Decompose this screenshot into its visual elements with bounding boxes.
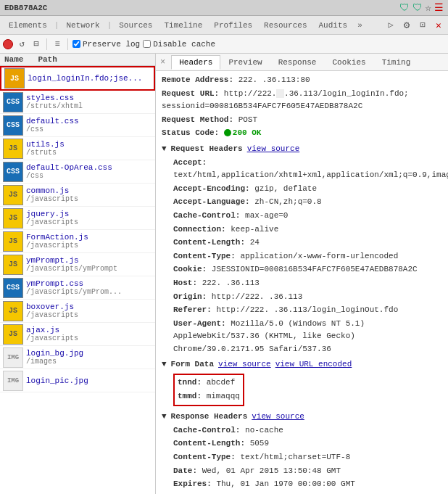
resp-expires-row: Expires: Thu, 01 Jan 1970 00:00:00 GMT bbox=[173, 478, 442, 491]
close-devtools-icon[interactable]: ✕ bbox=[432, 19, 445, 32]
cookie-val: JSESSIONID=000816B534FAFC7F605E47AEDB878… bbox=[212, 265, 418, 273]
file-item-3[interactable]: JS utils.js /struts bbox=[0, 137, 155, 160]
resp-date-val: Wed, 01 Apr 2015 13:50:48 GMT bbox=[202, 466, 341, 475]
tab-more-icon[interactable]: » bbox=[353, 18, 367, 33]
filter-icon[interactable]: ⊟ bbox=[30, 38, 42, 50]
tmmd-key: tmmd: bbox=[178, 392, 202, 400]
file-icon-css-1: CSS bbox=[3, 92, 23, 112]
execute-icon[interactable]: ▷ bbox=[384, 19, 397, 32]
tab-response[interactable]: Response bbox=[270, 55, 325, 70]
resp-content-type-key: Content-Type: bbox=[173, 453, 236, 461]
content-length-val: 24 bbox=[250, 238, 260, 247]
form-data-view-url-encoded[interactable]: view URL encoded bbox=[275, 358, 352, 371]
content-type-key: Content-Type: bbox=[173, 252, 236, 260]
settings-icon[interactable]: ⚙ bbox=[400, 19, 413, 32]
network-toolbar: ↺ ⊟ ≡ Preserve log Disable cache bbox=[0, 35, 448, 54]
resp-cache-control-key: Cache-Control: bbox=[173, 426, 240, 435]
dock-icon[interactable]: ⊡ bbox=[416, 19, 429, 32]
file-list: Name Path JS login_loginIn.fdo;jse... CS… bbox=[0, 54, 156, 494]
tab-audits[interactable]: Audits bbox=[313, 18, 354, 33]
referer-val: http://222. .36.113/login_loginOut.fdo bbox=[216, 305, 398, 314]
file-item-11[interactable]: JS ajax.js /javascripts bbox=[0, 323, 155, 346]
file-item-4[interactable]: CSS default-OpArea.css /css bbox=[0, 160, 155, 184]
resp-date-row: Date: Wed, 01 Apr 2015 13:50:48 GMT bbox=[173, 465, 442, 478]
tab-headers[interactable]: Headers bbox=[171, 55, 220, 70]
content-length-row: Content-Length: 24 bbox=[173, 236, 442, 250]
tab-cookies[interactable]: Cookies bbox=[324, 55, 373, 70]
name-col-header: Name bbox=[4, 55, 23, 64]
detail-close-button[interactable]: × bbox=[157, 56, 168, 69]
request-url-key: Request URL: bbox=[162, 89, 219, 98]
preserve-log-checkbox[interactable] bbox=[72, 40, 80, 48]
request-headers-view-source[interactable]: view source bbox=[247, 143, 300, 156]
tab-profiles[interactable]: Profiles bbox=[208, 18, 258, 33]
accept-row: Accept: text/html,application/xhtml+xml,… bbox=[173, 157, 442, 182]
disable-cache-checkbox[interactable] bbox=[143, 40, 151, 48]
tab-sep2: | bbox=[106, 21, 114, 30]
cookie-key: Cookie: bbox=[173, 265, 207, 273]
file-name-9: ymPrompt.css bbox=[26, 279, 122, 288]
file-path-7: /javascripts bbox=[26, 242, 88, 250]
disable-cache-label[interactable]: Disable cache bbox=[143, 40, 215, 49]
connection-row: Connection: keep-alive bbox=[173, 223, 442, 236]
menu-icon[interactable]: ☰ bbox=[434, 1, 444, 14]
tab-preview[interactable]: Preview bbox=[220, 55, 270, 70]
tab-elements[interactable]: Elements bbox=[3, 18, 53, 33]
file-path-11: /javascripts bbox=[26, 334, 78, 342]
tab-resources[interactable]: Resources bbox=[258, 18, 312, 33]
file-name-7: FormAction.js bbox=[26, 233, 88, 242]
file-item-10[interactable]: JS boxover.js /javascripts bbox=[0, 300, 155, 323]
file-info-10: boxover.js /javascripts bbox=[26, 302, 78, 319]
file-info-5: common.js /javascripts bbox=[26, 186, 78, 203]
file-item-7[interactable]: JS FormAction.js /javascripts bbox=[0, 230, 155, 253]
file-icon-img-13: IMG bbox=[3, 371, 23, 391]
referer-row: Referer: http://222. .36.113/login_login… bbox=[173, 304, 442, 317]
file-name-13: login_pic.jpg bbox=[26, 376, 88, 385]
file-name-0: login_loginIn.fdo;jse... bbox=[28, 74, 142, 83]
tab-sources[interactable]: Sources bbox=[113, 18, 158, 33]
connection-key: Connection: bbox=[173, 225, 226, 234]
tab-right-icons: ▷ ⚙ ⊡ ✕ bbox=[384, 19, 445, 32]
accept-encoding-row: Accept-Encoding: gzip, deflate bbox=[173, 183, 442, 196]
accept-language-val: zh-CN,zh;q=0.8 bbox=[254, 197, 321, 206]
origin-row: Origin: http://222. .36.113 bbox=[173, 291, 442, 304]
form-data-section: ▼ Form Data view source view URL encoded bbox=[162, 358, 442, 371]
status-code-val: 200 OK bbox=[224, 128, 262, 137]
tab-timing[interactable]: Timing bbox=[374, 55, 419, 70]
form-data-view-source[interactable]: view source bbox=[218, 358, 271, 371]
record-button[interactable] bbox=[3, 39, 13, 49]
request-method-val: POST bbox=[238, 115, 257, 124]
tab-timeline[interactable]: Timeline bbox=[158, 18, 208, 33]
host-row: Host: 222. .36.113 bbox=[173, 277, 442, 290]
file-item-6[interactable]: JS jquery.js /javascripts bbox=[0, 207, 155, 230]
file-icon-css-9: CSS bbox=[3, 278, 23, 298]
main-area: Name Path JS login_loginIn.fdo;jse... CS… bbox=[0, 54, 448, 494]
resp-content-length-key: Content-Length: bbox=[173, 439, 245, 448]
request-method-key: Request Method: bbox=[162, 115, 233, 124]
file-item-12[interactable]: IMG login_bg.jpg /images bbox=[0, 346, 155, 369]
star-icon[interactable]: ☆ bbox=[426, 1, 431, 14]
resp-expires-val: Thu, 01 Jan 1970 00:00:00 GMT bbox=[216, 479, 354, 488]
file-name-12: login_bg.jpg bbox=[26, 349, 83, 358]
tmmd-val: mimaqqq bbox=[207, 392, 240, 400]
file-path-12: /images bbox=[26, 358, 83, 366]
file-item-5[interactable]: JS common.js /javascripts bbox=[0, 184, 155, 207]
list-view-icon[interactable]: ≡ bbox=[51, 38, 63, 50]
path-col-header: Path bbox=[38, 55, 57, 64]
file-item-0[interactable]: JS login_loginIn.fdo;jse... bbox=[0, 66, 155, 91]
refresh-icon[interactable]: ↺ bbox=[16, 38, 28, 50]
preserve-log-label[interactable]: Preserve log bbox=[72, 40, 140, 49]
file-item-9[interactable]: CSS ymPrompt.css /javascripts/ymProm... bbox=[0, 276, 155, 300]
file-icon-js-11: JS bbox=[3, 324, 23, 345]
file-info-8: ymPrompt.js /javascripts/ymPrompt bbox=[26, 256, 117, 273]
file-icon-js-10: JS bbox=[3, 301, 23, 321]
resp-expires-key: Expires: bbox=[173, 479, 212, 488]
response-headers-view-source[interactable]: view source bbox=[252, 411, 304, 424]
status-ok-badge: 200 OK bbox=[233, 128, 262, 137]
file-item-13[interactable]: IMG login_pic.jpg bbox=[0, 369, 155, 392]
file-item-1[interactable]: CSS styles.css /struts/xhtml bbox=[0, 91, 155, 114]
tab-network[interactable]: Network bbox=[60, 18, 105, 33]
file-item-8[interactable]: JS ymPrompt.js /javascripts/ymPrompt bbox=[0, 253, 155, 276]
file-icon-js-6: JS bbox=[3, 208, 23, 229]
file-item-2[interactable]: CSS default.css /css bbox=[0, 114, 155, 137]
